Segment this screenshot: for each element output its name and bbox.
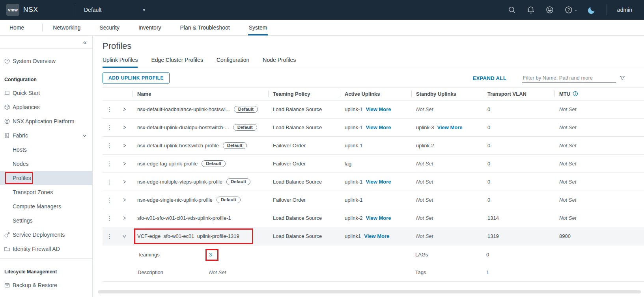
share-icon	[4, 232, 10, 238]
row-expander-icon[interactable]	[117, 161, 133, 166]
row-expander-icon[interactable]	[117, 107, 133, 111]
filter-funnel-icon[interactable]	[620, 75, 625, 81]
vmw-logo-text: vmw	[8, 7, 17, 12]
sidebar-item-nodes[interactable]: Nodes	[0, 157, 92, 171]
row-expander-icon[interactable]	[117, 234, 133, 238]
sidebar-item-label: System Overview	[13, 58, 88, 64]
nav-item-security[interactable]: Security	[99, 20, 120, 35]
row-expander-icon[interactable]	[117, 125, 133, 130]
search-icon[interactable]	[508, 6, 516, 14]
sidebar-item-quick-start[interactable]: Quick Start	[0, 86, 92, 100]
row-expander-icon[interactable]	[117, 198, 133, 202]
nav-item-system[interactable]: System	[248, 20, 268, 35]
tab-configuration[interactable]: Configuration	[217, 57, 249, 68]
add-uplink-profile-button[interactable]: ADD UPLINK PROFILE	[103, 72, 170, 84]
product-name: NSX	[23, 6, 38, 14]
nav-item-label: System	[249, 24, 267, 31]
profile-name[interactable]: sfo-w01-sfo-w01-cl01-vds-uplink-profile-…	[137, 215, 231, 221]
row-expander-icon[interactable]	[117, 143, 133, 148]
teaming-policy-value: Load Balance Source	[268, 179, 340, 185]
standby-uplinks-value: uplink-2	[416, 143, 434, 148]
sidebar-item-profiles[interactable]: Profiles	[0, 171, 92, 185]
profile-name[interactable]: nsx-edge-lag-uplink-profile	[137, 161, 198, 167]
sidebar-item-settings[interactable]: Settings	[0, 213, 92, 228]
view-more-link[interactable]: View More	[366, 106, 391, 112]
table-row: ⋮ nsx-default-uplink-dualdpu-hostswitch-…	[103, 119, 644, 137]
row-expander-icon[interactable]	[117, 216, 133, 220]
bell-icon[interactable]	[526, 6, 535, 14]
table-row: ⋮ nsx-edge-multiple-vteps-uplink-profile…	[103, 173, 644, 191]
tab-uplink-profiles[interactable]: Uplink Profiles	[103, 57, 138, 68]
profile-name[interactable]: VCF-edge_sfo-w01-ec01_uplink-profile-131…	[137, 233, 239, 239]
collapse-sidebar-icon[interactable]: «	[83, 39, 87, 46]
sidebar-item-system-overview[interactable]: System Overview	[0, 54, 92, 68]
help-menu[interactable]: ? ⌄	[564, 6, 577, 14]
sidebar-item-hosts[interactable]: Hosts	[0, 143, 92, 157]
column-header-active-uplinks: Active Uplinks	[340, 87, 411, 100]
standby-uplinks-value: uplink-3	[416, 124, 434, 130]
expand-all-link[interactable]: EXPAND ALL	[472, 75, 506, 81]
sidebar-item-compute-managers[interactable]: Compute Managers	[0, 199, 92, 213]
smiley-icon[interactable]	[545, 6, 554, 14]
row-kebab-menu-icon[interactable]: ⋮	[103, 142, 117, 149]
sidebar-item-identity-firewall-ad[interactable]: Identity Firewall AD	[0, 242, 92, 256]
row-kebab-menu-icon[interactable]: ⋮	[103, 197, 117, 204]
mtu-value: Not Set	[554, 124, 644, 130]
active-uplinks-value: uplink-1	[345, 143, 363, 148]
view-more-link[interactable]: View More	[366, 124, 391, 130]
row-kebab-menu-icon[interactable]: ⋮	[103, 124, 117, 131]
row-kebab-menu-icon[interactable]: ⋮	[103, 178, 117, 186]
tab-edge-cluster-profiles[interactable]: Edge Cluster Profiles	[151, 57, 203, 68]
sidebar-item-label: Nodes	[13, 161, 88, 167]
horizontal-scrollbar[interactable]	[98, 290, 641, 293]
sidebar-item-backup-restore[interactable]: Backup & Restore	[0, 278, 92, 292]
moon-icon[interactable]	[588, 6, 596, 14]
profile-name[interactable]: nsx-default-uplink-dualdpu-hostswitch-..…	[137, 124, 229, 130]
sidebar-section-header: Lifecycle Management	[0, 262, 92, 278]
standby-uplinks-value: Not Set	[416, 233, 433, 239]
column-header-teaming-policy: Teaming Policy	[268, 87, 340, 100]
standby-uplinks-value: Not Set	[416, 215, 433, 221]
row-kebab-menu-icon[interactable]: ⋮	[103, 106, 117, 113]
tab-node-profiles[interactable]: Node Profiles	[263, 57, 296, 68]
row-expander-icon[interactable]	[117, 180, 133, 184]
transport-vlan-value: 0	[483, 179, 554, 185]
detail-value-tags[interactable]: 1	[486, 269, 644, 275]
active-uplinks-value: uplink-2	[345, 215, 363, 221]
view-more-link[interactable]: View More	[437, 124, 463, 130]
server-icon	[4, 132, 10, 139]
detail-value-teamings[interactable]: 3	[209, 252, 415, 258]
profile-name[interactable]: nsx-edge-single-nic-uplink-profile	[137, 197, 213, 203]
sidebar-item-label: NSX Application Platform	[13, 118, 88, 124]
scope-selector[interactable]: Default ▾	[75, 7, 148, 13]
sidebar-item-service-deployments[interactable]: Service Deployments	[0, 228, 92, 242]
row-kebab-menu-icon[interactable]: ⋮	[103, 215, 117, 222]
user-menu[interactable]: admin	[617, 7, 632, 13]
topbar-divider	[607, 4, 607, 15]
sidebar-item-appliances[interactable]: Appliances	[0, 100, 92, 114]
profile-name[interactable]: nsx-default-uplink-hostswitch-profile	[137, 143, 219, 148]
row-kebab-menu-icon[interactable]: ⋮	[103, 160, 117, 167]
nav-item-home[interactable]: Home	[9, 20, 25, 35]
sidebar-item-label: Compute Managers	[13, 203, 88, 210]
profile-name[interactable]: nsx-default-loadbalance-uplink-hostswi..…	[137, 106, 230, 112]
sidebar-item-transport-zones[interactable]: Transport Zones	[0, 185, 92, 199]
view-more-link[interactable]: View More	[364, 233, 389, 239]
row-kebab-menu-icon[interactable]: ⋮	[103, 233, 117, 240]
view-more-link[interactable]: View More	[366, 179, 391, 185]
detail-label-lags: LAGs	[415, 252, 486, 258]
sidebar-item-fabric[interactable]: Fabric	[0, 128, 92, 143]
laptop-icon	[4, 90, 10, 96]
profile-tabs: Uplink Profiles Edge Cluster Profiles Co…	[103, 57, 644, 68]
sidebar-item-nsx-application-platform[interactable]: NSX Application Platform	[0, 114, 92, 128]
nav-item-label: Security	[99, 24, 119, 31]
profile-name[interactable]: nsx-edge-multiple-vteps-uplink-profile	[137, 179, 222, 185]
view-more-link[interactable]: View More	[366, 215, 391, 221]
nav-item-plan-troubleshoot[interactable]: Plan & Troubleshoot	[179, 20, 231, 35]
transport-vlan-value: 0	[483, 197, 554, 203]
default-badge: Default	[233, 124, 257, 131]
info-icon[interactable]	[573, 91, 578, 97]
nav-item-networking[interactable]: Networking	[52, 20, 81, 35]
nav-item-inventory[interactable]: Inventory	[138, 20, 162, 35]
filter-input[interactable]	[522, 73, 616, 83]
